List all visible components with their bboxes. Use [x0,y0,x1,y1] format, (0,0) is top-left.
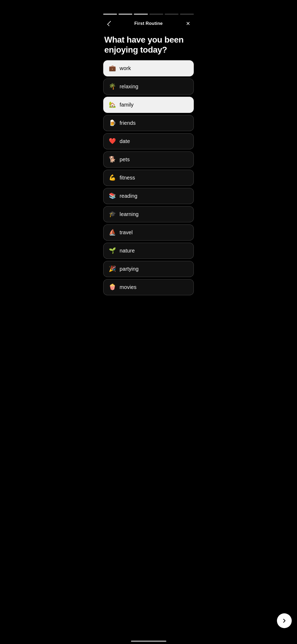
option-label-partying: partying [120,266,139,272]
option-item-movies[interactable]: 🍿 movies [103,279,194,295]
option-item-work[interactable]: 💼 work [103,60,194,76]
option-label-nature: nature [120,248,135,254]
option-label-travel: travel [120,229,133,236]
option-label-friends: friends [120,120,136,126]
progress-segment-2 [119,14,132,15]
option-emoji-pets: 🐕 [109,157,116,162]
option-item-pets[interactable]: 🐕 pets [103,151,194,168]
option-emoji-learning: 🎓 [109,211,116,217]
option-emoji-family: 🏡 [109,102,116,108]
option-item-nature[interactable]: 🌱 nature [103,243,194,259]
option-emoji-partying: 🎉 [109,266,116,272]
option-emoji-date: ❤️ [109,138,116,144]
option-item-travel[interactable]: ⛵ travel [103,224,194,241]
progress-segment-5 [165,14,178,15]
main-question: What have you been enjoying today? [99,33,198,60]
option-item-partying[interactable]: 🎉 partying [103,261,194,277]
status-bar [99,0,198,12]
option-item-fitness[interactable]: 💪 fitness [103,170,194,186]
option-label-fitness: fitness [120,175,135,181]
chevron-left-icon [107,21,112,26]
option-label-relaxing: relaxing [120,84,138,90]
option-item-family[interactable]: 🏡 family [103,97,194,113]
option-item-reading[interactable]: 📚 reading [103,188,194,204]
progress-segment-3 [134,14,148,15]
option-label-date: date [120,138,130,144]
options-list: 💼 work 🌴 relaxing 🏡 family 🍺 friends ❤️ … [99,60,198,322]
option-item-friends[interactable]: 🍺 friends [103,115,194,131]
option-item-learning[interactable]: 🎓 learning [103,206,194,222]
progress-segment-4 [149,14,163,15]
option-label-work: work [120,65,131,71]
option-item-date[interactable]: ❤️ date [103,133,194,149]
nav-title: First Routine [134,21,163,26]
close-icon: ✕ [186,20,190,27]
nav-bar: First Routine ✕ [99,17,198,30]
option-label-pets: pets [120,157,130,163]
option-emoji-movies: 🍿 [109,284,116,290]
option-label-reading: reading [120,193,137,199]
progress-segment-1 [103,14,117,15]
close-button[interactable]: ✕ [183,19,193,28]
option-emoji-nature: 🌱 [109,248,116,254]
option-item-relaxing[interactable]: 🌴 relaxing [103,79,194,95]
option-label-learning: learning [120,211,139,217]
option-emoji-relaxing: 🌴 [109,84,116,89]
option-emoji-reading: 📚 [109,193,116,199]
option-emoji-travel: ⛵ [109,229,116,235]
progress-bar-container [99,14,198,15]
option-emoji-friends: 🍺 [109,120,116,126]
back-button[interactable] [104,19,114,28]
option-label-movies: movies [120,284,136,290]
progress-segment-6 [180,14,194,15]
option-emoji-work: 💼 [109,65,116,71]
option-label-family: family [120,102,134,108]
option-emoji-fitness: 💪 [109,175,116,181]
